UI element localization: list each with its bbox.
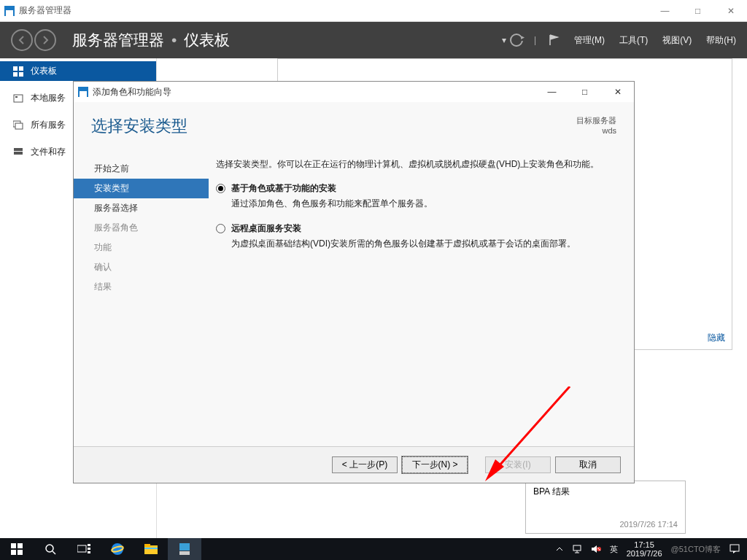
option-desc: 为虚拟桌面基础结构(VDI)安装所需的角色服务以创建基于虚拟机或基于会话的桌面部… (231, 237, 614, 251)
option-title: 远程桌面服务安装 (231, 222, 301, 236)
notifications-flag-icon[interactable] (543, 30, 564, 50)
server-icon (13, 93, 23, 104)
option-remote-desktop[interactable]: 远程桌面服务安装 (216, 222, 614, 236)
wizard-steps: 开始之前 安装类型 服务器选择 服务器角色 功能 确认 结果 (74, 143, 209, 446)
servers-icon (13, 120, 23, 131)
app-icon (4, 6, 15, 16)
clock-time: 17:15 (627, 540, 662, 549)
svg-rect-25 (144, 544, 150, 547)
svg-rect-21 (88, 551, 90, 553)
svg-rect-26 (144, 548, 158, 549)
dialog-icon (78, 87, 88, 97)
bpa-results-card[interactable]: BPA 结果 2019/7/26 17:14 (525, 481, 686, 534)
menu-view[interactable]: 视图(V) (655, 34, 699, 47)
tray-sound-icon[interactable] (591, 545, 601, 553)
svg-rect-0 (13, 66, 18, 71)
dialog-close-button[interactable]: ✕ (601, 82, 634, 102)
menu-tools[interactable]: 工具(T) (612, 34, 655, 47)
taskbar-search-button[interactable] (34, 538, 67, 560)
svg-rect-2 (13, 72, 18, 77)
install-button: 安装(I) (485, 456, 551, 473)
breadcrumb-page[interactable]: 仪表板 (184, 30, 230, 50)
option-role-based[interactable]: 基于角色或基于功能的安装 (216, 182, 614, 195)
svg-rect-4 (14, 95, 23, 102)
tray-network-icon[interactable] (572, 545, 582, 553)
sidebar-item-label: 本地服务 (31, 92, 66, 104)
svg-line-17 (53, 551, 55, 554)
add-roles-wizard-dialog: 添加角色和功能向导 — □ ✕ 选择安装类型 目标服务器 wds 开始之前 安装… (73, 81, 635, 483)
wizard-step-server-roles: 服务器角色 (74, 218, 209, 238)
breadcrumb-app[interactable]: 服务器管理器 (72, 30, 164, 50)
svg-marker-32 (592, 545, 597, 553)
wizard-step-confirm: 确认 (74, 257, 209, 277)
refresh-button[interactable] (506, 30, 527, 50)
svg-rect-1 (19, 66, 23, 71)
action-center-button[interactable] (729, 544, 740, 554)
dialog-title: 添加角色和功能向导 (93, 86, 535, 98)
taskbar: 英 17:15 2019/7/26 @51CTO博客 (0, 538, 747, 560)
wizard-step-install-type[interactable]: 安装类型 (74, 179, 209, 198)
svg-rect-35 (730, 545, 739, 551)
next-button[interactable]: 下一步(N) > (402, 456, 468, 473)
header-divider: | (534, 35, 536, 45)
target-label: 目标服务器 (576, 115, 616, 126)
bpa-timestamp: 2019/7/26 17:14 (533, 520, 678, 529)
nav-forward-button[interactable] (34, 29, 56, 51)
wizard-step-server-select[interactable]: 服务器选择 (74, 198, 209, 218)
radio-icon[interactable] (216, 184, 225, 193)
sidebar-item-dashboard[interactable]: 仪表板 (0, 61, 156, 81)
tray-clock[interactable]: 17:15 2019/7/26 (627, 540, 662, 558)
sidebar-item-label: 所有服务 (31, 119, 66, 131)
svg-rect-14 (11, 550, 16, 555)
target-value: wds (576, 126, 616, 135)
breadcrumb: 服务器管理器 • 仪表板 (72, 30, 230, 50)
radio-icon[interactable] (216, 224, 225, 233)
nav-back-button[interactable] (11, 29, 33, 51)
sidebar-item-label: 文件和存 (31, 146, 66, 158)
tray-up-icon[interactable] (556, 545, 563, 553)
wizard-step-features: 功能 (74, 238, 209, 257)
prev-button[interactable]: < 上一步(P) (332, 456, 398, 473)
svg-rect-15 (18, 550, 23, 555)
wizard-step-before-begin[interactable]: 开始之前 (74, 159, 209, 179)
taskbar-explorer-icon[interactable] (134, 538, 168, 560)
svg-rect-7 (15, 123, 23, 129)
option-title: 基于角色或基于功能的安装 (231, 182, 336, 195)
main-header: 服务器管理器 • 仪表板 ▾ | 管理(M) 工具(T) 视图(V) 帮助(H) (0, 22, 747, 58)
parent-close-button[interactable]: ✕ (714, 0, 747, 21)
tray-ime[interactable]: 英 (610, 544, 618, 555)
svg-rect-3 (19, 72, 23, 77)
taskbar-server-manager-icon[interactable] (168, 538, 201, 560)
parent-maximize-button[interactable]: □ (681, 0, 714, 21)
dashboard-icon (13, 66, 23, 77)
svg-rect-5 (15, 96, 18, 98)
svg-rect-19 (88, 544, 90, 546)
svg-rect-9 (14, 152, 23, 155)
hide-link[interactable]: 隐藏 (708, 332, 725, 344)
start-button[interactable] (0, 538, 34, 560)
wizard-step-results: 结果 (74, 277, 209, 297)
svg-rect-12 (11, 543, 16, 548)
sidebar-item-label: 仪表板 (31, 65, 57, 77)
dialog-target: 目标服务器 wds (576, 115, 616, 135)
cancel-button[interactable]: 取消 (555, 456, 621, 473)
svg-rect-13 (18, 543, 23, 548)
parent-minimize-button[interactable]: — (649, 0, 681, 21)
intro-text: 选择安装类型。你可以在正在运行的物理计算机、虚拟机或脱机虚拟硬盘(VHD)上安装… (216, 158, 614, 171)
taskbar-ie-icon[interactable] (101, 538, 134, 560)
task-view-button[interactable] (67, 538, 101, 560)
dialog-minimize-button[interactable]: — (535, 82, 568, 102)
menu-help[interactable]: 帮助(H) (699, 34, 743, 47)
dialog-titlebar[interactable]: 添加角色和功能向导 — □ ✕ (74, 82, 634, 102)
svg-rect-27 (179, 543, 190, 551)
svg-rect-18 (77, 545, 86, 552)
dialog-maximize-button[interactable]: □ (568, 82, 601, 102)
storage-icon (13, 147, 23, 158)
svg-rect-8 (14, 148, 23, 151)
option-desc: 通过添加角色、角色服务和功能来配置单个服务器。 (231, 197, 614, 211)
svg-rect-29 (573, 545, 581, 551)
watermark: @51CTO博客 (671, 544, 721, 555)
bpa-title: BPA 结果 (533, 486, 678, 498)
breadcrumb-separator-icon: • (171, 31, 177, 49)
menu-manage[interactable]: 管理(M) (567, 34, 612, 47)
